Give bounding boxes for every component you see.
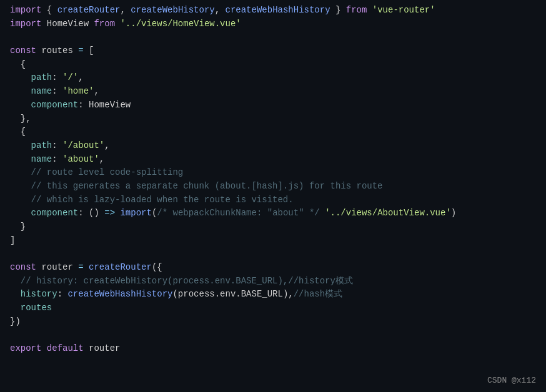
code-text: : [52,85,62,99]
code-text: : [57,288,68,301]
code-line: component : HomeView [0,99,546,112]
code-text [367,4,372,17]
code-text: }) [10,315,21,329]
watermark: CSDN @xi12 [487,375,536,387]
code-text: , [104,139,109,153]
code-text [10,207,31,220]
property: name [31,153,52,167]
code-text [10,99,31,112]
code-text: (process.env.BASE_URL), [172,288,293,301]
code-line: // history: createWebHistory(process.env… [0,275,546,288]
comment: // route level code-splitting [10,166,183,180]
code-text [84,261,89,275]
code-line: path : '/' , [0,71,546,85]
code-text [10,301,21,315]
property: path [31,139,52,153]
keyword: const [10,261,36,275]
code-text: ] [10,234,15,248]
code-line: } [0,220,546,234]
code-line: name : 'home' , [0,85,546,99]
function: createRouter [89,261,152,275]
keyword: from [94,17,115,31]
code-text: [ [84,44,94,58]
keyword: export [10,342,41,356]
function: import [120,207,151,220]
code-text: ) [451,207,456,220]
code-text: } [10,220,26,234]
property: name [31,85,52,99]
code-text: : () [78,207,104,220]
code-text: : [52,153,62,167]
keyword: from [346,4,367,17]
string: '/' [62,71,78,85]
comment: // history: createWebHistory(process.env… [10,275,353,288]
code-text [320,207,325,220]
code-text: HomeView [41,17,94,31]
code-line: ] [0,234,546,248]
code-text [10,153,31,167]
code-text [115,17,120,31]
code-text: , [94,85,99,99]
code-line: }, [0,112,546,126]
code-editor: import { createRouter , createWebHistory… [0,0,546,392]
function: createWebHashHistory [67,288,172,301]
code-line: import { createRouter , createWebHistory… [0,4,546,17]
property: component [31,99,79,112]
code-text: { [10,125,26,139]
code-text [115,207,120,220]
code-text: { [10,58,26,72]
code-text: createRouter [57,4,121,17]
code-text: , [120,4,131,17]
code-text: router [36,261,78,275]
comment: // which is lazy-loaded when the route i… [10,194,294,207]
code-text: ({ [152,261,162,275]
string: 'about' [62,153,99,167]
code-text: , [78,71,83,85]
keyword: const [10,44,36,58]
property: routes [21,301,52,315]
code-line: }) [0,315,546,329]
arrow: => [104,207,115,220]
string: '../views/HomeView.vue' [120,17,241,31]
code-line: // this generates a separate chunk (abou… [0,180,546,194]
code-text: = [78,44,83,58]
code-line [0,31,546,44]
comment: /* webpackChunkName: "about" */ [157,207,319,220]
keyword: import [10,17,41,31]
code-text: router [84,342,121,356]
code-line: const router = createRouter ({ [0,261,546,275]
code-text [10,139,31,153]
code-text: routes [36,44,78,58]
code-text [10,71,31,85]
code-line [0,329,546,343]
keyword: default [47,342,84,356]
code-text: createWebHistory [131,4,214,17]
code-text: { [41,4,57,17]
code-text: = [78,261,83,275]
code-line: routes [0,301,546,315]
code-text: : HomeView [78,99,131,112]
code-line: { [0,58,546,72]
code-text: , [99,153,104,167]
property: component [31,207,79,220]
string: '/about' [62,139,104,153]
string: 'vue-router' [372,4,435,17]
code-line: const routes = [ [0,44,546,58]
code-line: import HomeView from '../views/HomeView.… [0,17,546,31]
code-line [0,247,546,261]
string: 'home' [62,85,94,99]
code-text [10,85,31,99]
comment: //hash模式 [294,288,342,301]
property: history [21,288,57,301]
code-line: // route level code-splitting [0,166,546,180]
code-line: path : '/about' , [0,139,546,153]
comment: // this generates a separate chunk (abou… [10,180,383,194]
code-line: component : () => import ( /* webpackChu… [0,207,546,220]
code-line: export default router [0,342,546,356]
code-text [10,288,21,301]
code-line: name : 'about' , [0,153,546,167]
property: path [31,71,52,85]
keyword: import [10,4,41,17]
code-text: : [52,71,62,85]
code-text [41,342,46,356]
